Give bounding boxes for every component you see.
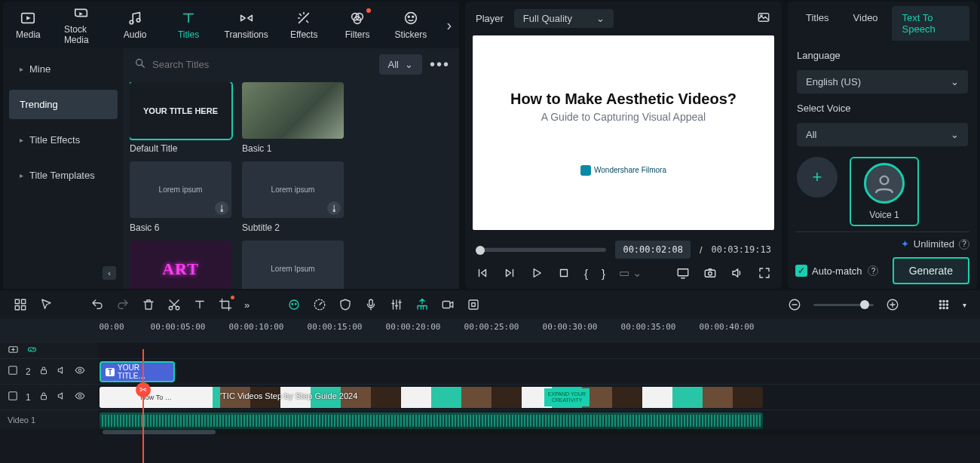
video-clip[interactable]: How To … 'TIC Videos Step by Step Guide …: [100, 387, 763, 408]
download-icon[interactable]: ⭳: [215, 201, 228, 215]
mic-icon[interactable]: [364, 298, 378, 311]
zoom-slider[interactable]: [813, 304, 874, 306]
ai-tools-icon[interactable]: [287, 298, 301, 311]
title-basic-1[interactable]: Basic 1: [242, 82, 344, 154]
horizontal-scrollbar[interactable]: [100, 429, 980, 435]
library-tab-bar: Media Stock Media Audio Titles: [3, 2, 459, 48]
auto-match-checkbox[interactable]: ✓ Auto-match ?: [795, 265, 878, 277]
volume-icon[interactable]: [730, 266, 744, 280]
crop-icon[interactable]: [219, 298, 232, 311]
title-basic-6[interactable]: Lorem ipsum ⭳ Basic 6: [130, 161, 231, 233]
rtab-tts[interactable]: Text To Speech: [892, 6, 969, 41]
svg-point-46: [939, 307, 941, 308]
delete-icon[interactable]: [142, 298, 155, 311]
filter-dropdown[interactable]: All ⌄: [379, 54, 422, 75]
rtab-video[interactable]: Video: [843, 6, 889, 41]
mute-icon[interactable]: [57, 391, 67, 403]
lock-icon[interactable]: [38, 391, 49, 403]
mute-icon[interactable]: [57, 365, 67, 378]
tab-filters[interactable]: Filters: [340, 10, 375, 40]
tab-stock-media[interactable]: Stock Media: [64, 5, 100, 45]
player-panel: Player Full Quality ⌄ How to Make Aesthe…: [465, 2, 782, 289]
shield-icon[interactable]: [338, 298, 352, 311]
title-default[interactable]: YOUR TITLE HERE Default Title: [130, 82, 231, 154]
stop-icon[interactable]: [557, 266, 571, 280]
check-icon: ✓: [795, 265, 807, 277]
zoom-in-icon[interactable]: [886, 298, 899, 311]
speed-icon[interactable]: [313, 298, 326, 311]
redo-icon[interactable]: [116, 298, 130, 311]
camera-icon[interactable]: [703, 266, 717, 280]
stock-media-icon: [72, 5, 90, 21]
record-icon[interactable]: [441, 298, 455, 311]
audio-clip[interactable]: [100, 412, 763, 429]
display-icon[interactable]: [676, 266, 690, 280]
mixer-icon[interactable]: [390, 298, 403, 311]
title-track-icon[interactable]: [8, 365, 18, 378]
tab-media[interactable]: Media: [11, 10, 46, 40]
rtab-titles[interactable]: Titles: [795, 6, 840, 41]
voice-1-card[interactable]: Voice 1: [850, 157, 919, 226]
title-clip[interactable]: T YOUR TITLE…: [100, 361, 175, 382]
help-icon[interactable]: ?: [959, 239, 969, 250]
scrub-knob[interactable]: [476, 246, 485, 255]
mark-in-icon[interactable]: {: [584, 267, 588, 280]
next-frame-icon[interactable]: [503, 266, 516, 280]
link-icon[interactable]: [26, 344, 38, 357]
zoom-knob[interactable]: [860, 300, 869, 309]
ratio-dropdown[interactable]: ▭ ⌄: [619, 266, 642, 280]
expand-badge: EXPAND YOUR CREATIVITY: [544, 388, 590, 406]
title-lorem-ipsum[interactable]: Lorem Ipsum: [242, 241, 344, 289]
svg-rect-50: [9, 366, 17, 375]
cursor-icon[interactable]: [39, 298, 53, 311]
help-icon[interactable]: ?: [868, 265, 878, 276]
undo-icon[interactable]: [90, 298, 104, 311]
text-icon[interactable]: [193, 298, 207, 311]
generate-button[interactable]: Generate: [893, 257, 969, 284]
cat-title-templates[interactable]: ▸Title Templates: [9, 161, 118, 190]
layout-icon[interactable]: [14, 298, 27, 311]
keyframe-icon[interactable]: [467, 298, 480, 311]
quality-dropdown[interactable]: Full Quality ⌄: [514, 9, 614, 28]
voice-filter-dropdown[interactable]: All ⌄: [797, 123, 968, 146]
tab-transitions[interactable]: Transitions: [225, 10, 268, 40]
scrub-track[interactable]: [476, 247, 606, 252]
svg-point-31: [292, 304, 293, 305]
more-options-icon[interactable]: •••: [430, 56, 450, 73]
tab-audio[interactable]: Audio: [118, 10, 153, 40]
download-icon[interactable]: ⭳: [327, 201, 341, 215]
duration: 00:03:19:13: [712, 244, 771, 255]
view-grid-icon[interactable]: [937, 298, 951, 311]
visibility-icon[interactable]: [75, 391, 85, 403]
cut-icon[interactable]: [167, 298, 181, 311]
title-subtitle-2[interactable]: Lorem ipsum ⭳ Subtitle 2: [242, 161, 344, 233]
collapse-sidebar-button[interactable]: ‹: [103, 266, 116, 280]
prev-frame-icon[interactable]: [476, 266, 489, 280]
play-icon[interactable]: [530, 266, 544, 280]
fullscreen-icon[interactable]: [758, 266, 771, 280]
zoom-out-icon[interactable]: [788, 298, 801, 311]
video-track-icon[interactable]: [8, 391, 18, 403]
cat-trending[interactable]: Trending: [9, 90, 118, 119]
add-track-icon[interactable]: [8, 344, 19, 357]
tab-stickers[interactable]: Stickers: [394, 10, 429, 40]
marker-icon[interactable]: [415, 298, 429, 311]
visibility-icon[interactable]: [75, 365, 85, 378]
cat-mine[interactable]: ▸Mine: [9, 54, 118, 84]
preview-canvas[interactable]: How to Make Aesthetic Videos? A Guide to…: [473, 35, 774, 230]
more-tools-icon[interactable]: »: [244, 299, 250, 311]
svg-rect-51: [41, 369, 46, 373]
tab-titles[interactable]: Titles: [171, 10, 207, 40]
time-ruler[interactable]: 00:00 00:00:05:00 00:00:10:00 00:00:15:0…: [0, 319, 980, 342]
snapshot-icon[interactable]: [756, 11, 771, 26]
cat-title-effects[interactable]: ▸Title Effects: [9, 125, 118, 155]
add-voice-button[interactable]: +: [797, 157, 838, 198]
title-art[interactable]: ART: [130, 241, 231, 289]
lock-icon[interactable]: [38, 365, 49, 378]
mark-out-icon[interactable]: }: [602, 267, 605, 280]
language-dropdown[interactable]: English (US) ⌄: [797, 70, 968, 94]
tab-effects[interactable]: Effects: [286, 10, 322, 40]
search-input[interactable]: [152, 59, 273, 70]
more-tabs-caret-icon[interactable]: ›: [446, 17, 452, 34]
view-dropdown-icon[interactable]: ▾: [963, 301, 966, 309]
